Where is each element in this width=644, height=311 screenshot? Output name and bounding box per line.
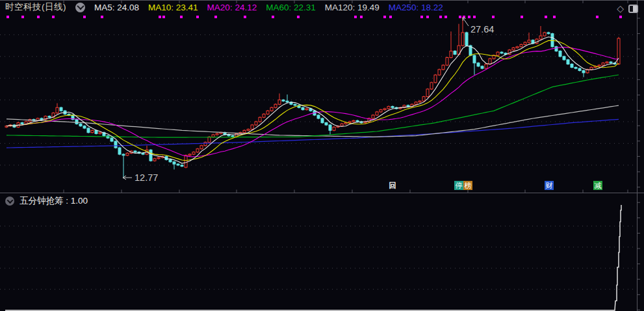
chevron-down-icon[interactable]	[75, 3, 85, 12]
panel-toggle-icon[interactable]	[628, 5, 638, 13]
event-badge[interactable]: 财	[545, 181, 554, 190]
ma-label: MA10: 23.41	[148, 3, 198, 12]
sub-panel-header: 五分钟抢筹 : 1.00	[5, 196, 88, 206]
svg-text:12.77: 12.77	[135, 172, 158, 183]
diamond-icon[interactable]: ◇	[617, 4, 624, 13]
header-tools: ◇	[617, 4, 638, 13]
ma-label: MA60: 22.31	[266, 3, 316, 12]
chart-canvas[interactable]: 27.6412.77	[0, 0, 644, 311]
main-chart-header: 时空科技(日线) MA5: 24.08MA10: 23.41MA20: 24.1…	[5, 1, 443, 13]
ma-label: MA5: 24.08	[94, 3, 139, 12]
event-badge[interactable]: 回	[388, 181, 397, 190]
ma-label: MA120: 19.49	[325, 3, 380, 12]
svg-text:27.64: 27.64	[470, 24, 494, 34]
event-badge[interactable]: 榜	[463, 181, 472, 190]
event-badge[interactable]: 停	[454, 181, 463, 190]
event-badge[interactable]: 减	[593, 181, 602, 190]
ma-values-row: MA5: 24.08MA10: 23.41MA20: 24.12MA60: 22…	[94, 3, 443, 12]
ma-label: MA20: 24.12	[207, 3, 257, 12]
stock-title: 时空科技(日线)	[5, 1, 66, 13]
chevron-down-icon[interactable]	[5, 196, 14, 206]
ma-label: MA250: 18.22	[389, 3, 443, 12]
sub-indicator-title: 五分钟抢筹 : 1.00	[19, 195, 88, 207]
tdx-chart-window: 27.6412.77 时空科技(日线) MA5: 24.08MA10: 23.4…	[0, 0, 644, 311]
